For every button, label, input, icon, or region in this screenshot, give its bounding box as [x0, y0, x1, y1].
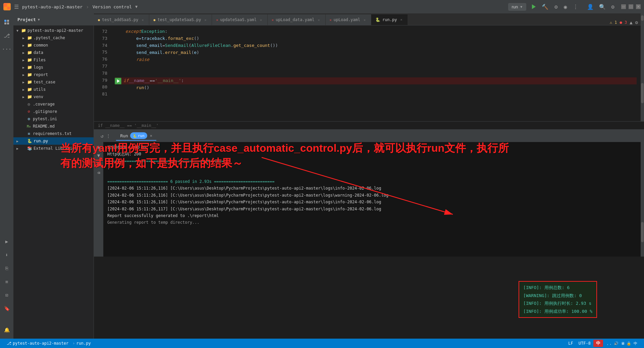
svg-rect-5: [7, 20, 9, 22]
tree-item-external-libs[interactable]: ▶ 📚 External Libraries: [13, 145, 94, 152]
tab-close-icon[interactable]: ✕: [362, 17, 367, 22]
tab-upload-yaml[interactable]: ✕ upLoad.yaml ✕: [326, 14, 372, 25]
tab-close-icon[interactable]: ✕: [399, 17, 404, 22]
item-label: requirements.txt: [33, 131, 72, 136]
run-tab[interactable]: Run 🐍 run ✕: [116, 131, 156, 141]
tree-item-run-py[interactable]: ▶ 🐍 run.py: [13, 137, 94, 145]
tab-test-updatesaas[interactable]: ● test_updateSaaS.py ✕: [149, 14, 212, 25]
clear-icon[interactable]: ⌫: [95, 169, 102, 176]
tree-item-coverage[interactable]: ◎ .coverage: [13, 100, 94, 108]
tab-close-icon[interactable]: ✕: [259, 17, 263, 22]
settings-tabs-icon[interactable]: ⚙: [635, 20, 638, 25]
tree-item-readme[interactable]: M+ README.md: [13, 123, 94, 130]
sidebar-icon-project[interactable]: [1, 16, 13, 28]
item-label: .coverage: [33, 102, 55, 107]
status-project: ⎇ pytest-auto-api2-master: [4, 341, 71, 346]
tab-updatesaas-yaml[interactable]: ✕ updateSaaS.yaml ✕: [212, 14, 267, 25]
tab-label: updateSaaS.yaml: [220, 17, 257, 22]
tree-item-gitignore[interactable]: ⊘ .gitignore: [13, 108, 94, 115]
git-branch-icon: ⎇: [7, 341, 11, 346]
run-panel-body: 返回时间长: 100 ms Http状态码: 200 =============…: [103, 142, 641, 257]
tree-item-venv[interactable]: ▶ 📁 venv: [13, 93, 94, 100]
run-panel-content: ▲ ▼ ■ ⌫ 返回时间长: 100 ms Http状态码: 200 =====…: [94, 142, 644, 257]
tab-dot-icon: ✕: [272, 18, 274, 22]
chevron-icon: ▶: [21, 44, 26, 47]
tree-item-test-case[interactable]: ▶ 📁 test_case: [13, 78, 94, 86]
selected-chevron-icon: ▶: [15, 139, 20, 143]
svg-rect-3: [7, 7, 10, 9]
code-line-78: [115, 70, 637, 77]
item-label: run.py: [34, 139, 48, 143]
tab-label: upLoad.yaml: [334, 17, 360, 22]
folder-icon: 📁: [27, 79, 32, 85]
code-line-73: e = traceback.format_exc(): [115, 35, 637, 42]
item-label: Files: [34, 58, 46, 62]
project-name: pytest-auto-api2-master: [22, 4, 83, 9]
tab-test-addsaas[interactable]: ● test_addSaaS.py ✕: [94, 14, 149, 25]
tab-upload-data-yaml[interactable]: ✕ upLoad_data.yaml ✕: [268, 14, 326, 25]
code-line-72: except Exception:: [115, 28, 637, 35]
code-line-79: if __name__ == '__main__':: [115, 77, 637, 84]
profile-icon[interactable]: 👤: [587, 4, 594, 10]
tab-label: test_updateSaaS.py: [157, 17, 201, 22]
tab-run-py[interactable]: 🐍 run.py ✕: [371, 14, 408, 25]
tree-root[interactable]: ▼ 📁 pytest-auto-api2-master: [13, 27, 94, 34]
coverage-icon[interactable]: ◉: [564, 4, 567, 10]
vertical-scrollbar-editor[interactable]: [641, 25, 644, 121]
tree-item-pytest-cache[interactable]: ▶ 📁 .pytest_cache: [13, 34, 94, 42]
build-icon[interactable]: 🔨: [542, 4, 548, 10]
settings-icon[interactable]: ⚙: [611, 4, 614, 10]
expand-icon[interactable]: ▲: [630, 20, 632, 25]
chevron-icon: ▶: [21, 95, 26, 99]
sidebar-icon-git[interactable]: ⎘: [1, 262, 13, 274]
stop-icon[interactable]: ■: [95, 161, 102, 167]
tab-dot-icon: ●: [153, 18, 155, 22]
tree-item-report[interactable]: ▶ 📁 report: [13, 71, 94, 78]
run-config-button[interactable]: run ▼: [508, 3, 526, 11]
run-debug-icon[interactable]: ⚙: [554, 4, 558, 10]
rerun-icon[interactable]: ↺: [101, 133, 103, 139]
minimize-button[interactable]: ─: [621, 4, 626, 9]
maximize-button[interactable]: □: [629, 4, 633, 9]
sidebar-icon-dots[interactable]: ···: [1, 43, 13, 55]
svg-rect-4: [4, 20, 6, 22]
tab-label: test_addSaaS.py: [102, 17, 138, 22]
tree-item-requirements[interactable]: ≡ requirements.txt: [13, 130, 94, 137]
file-tree: Project ▼ ▼ 📁 pytest-auto-api2-master ▶ …: [13, 13, 94, 339]
sidebar-icon-debug[interactable]: ⬇: [1, 249, 13, 261]
tab-close-icon[interactable]: ✕: [140, 17, 145, 22]
sidebar-icon-run[interactable]: ▶: [1, 235, 13, 248]
scroll-down-icon[interactable]: ▼: [95, 152, 102, 159]
tree-item-pytest-ini[interactable]: ⚙ pytest.ini: [13, 115, 94, 123]
scroll-up-icon[interactable]: ▲: [95, 143, 102, 150]
search-icon[interactable]: 🔍: [599, 4, 606, 10]
tab-close-icon[interactable]: ✕: [203, 17, 208, 22]
run-line-log1: [2024-02-06 15:11:26,116] [C:\Users\asus…: [107, 185, 637, 192]
sidebar-icon-notifications[interactable]: 🔔: [1, 324, 13, 336]
tree-item-files[interactable]: ▶ 📁 Files: [13, 56, 94, 64]
ext-chevron-icon: ▶: [15, 147, 20, 150]
tree-item-utils[interactable]: ▶ 📁 utils: [13, 86, 94, 93]
code-line-76: raise: [115, 56, 637, 63]
sidebar-icon-layers[interactable]: ≡: [1, 276, 13, 288]
tab-close-icon[interactable]: ✕: [317, 17, 321, 22]
hamburger-icon[interactable]: ☰: [14, 4, 19, 10]
code-line-74: send_email = SendEmail(AllureFileClean.g…: [115, 42, 637, 49]
file-tree-dropdown-icon[interactable]: ▼: [38, 18, 40, 21]
more-icon[interactable]: ⋮: [573, 4, 578, 10]
title-bar: ☰ pytest-auto-api2-master › Version cont…: [0, 0, 644, 13]
run-tab-close-icon[interactable]: ✕: [150, 133, 152, 138]
close-button[interactable]: ✕: [636, 4, 641, 9]
sidebar-icon-vcs[interactable]: ⎇: [1, 29, 13, 42]
tree-item-logs[interactable]: ▶ 📁 logs: [13, 64, 94, 71]
tree-item-data[interactable]: ▶ 📁 data: [13, 49, 94, 56]
sidebar-icon-bookmark[interactable]: 🔖: [1, 302, 13, 315]
run-play-icon[interactable]: [531, 4, 536, 9]
run-panel-scrollbar[interactable]: [641, 142, 644, 257]
run-line-generating: Generating report to temp directory...: [107, 219, 637, 226]
options-icon[interactable]: ⋮: [106, 133, 111, 139]
vcs-dropdown-icon[interactable]: ▼: [135, 4, 138, 9]
tree-item-common[interactable]: ▶ 📁 common: [13, 42, 94, 49]
sidebar-icon-terminal[interactable]: ⊡: [1, 289, 13, 301]
item-label: data: [34, 50, 43, 55]
